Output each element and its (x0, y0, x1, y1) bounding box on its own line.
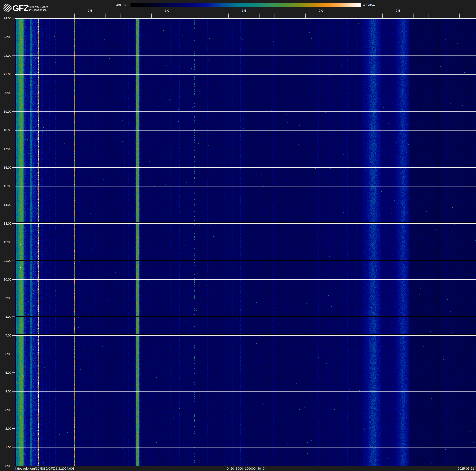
freq-tick-label: 2.0 (315, 9, 327, 12)
gfz-logo-icon (3, 4, 12, 12)
hour-tick (12, 279, 15, 280)
colorbar-gradient (131, 3, 361, 7)
hour-tick (12, 74, 15, 74)
hour-tick (12, 298, 15, 298)
freq-tick (152, 14, 152, 18)
freq-tick (290, 14, 290, 18)
freq-tick (59, 14, 59, 18)
freq-tick (198, 14, 198, 18)
freq-tick (44, 14, 44, 18)
hour-label: 22:00 (0, 54, 11, 58)
hour-tick (12, 205, 15, 205)
colorbar-min-label: -80 dBm (106, 3, 128, 7)
hour-tick (12, 354, 15, 354)
hour-label: 5:00 (0, 371, 11, 375)
org-name-line2: for Geosciences (28, 8, 48, 12)
hour-label: 2:00 (0, 427, 11, 431)
freq-tick (274, 14, 275, 18)
freq-tick (413, 14, 413, 18)
freq-tick (352, 14, 352, 18)
colorbar-max-label: -20 dBm (363, 3, 375, 7)
freq-tick (428, 14, 429, 18)
hour-label: 6:00 (0, 352, 11, 356)
hour-label: 18:00 (0, 128, 11, 132)
hour-label: 7:00 (0, 333, 11, 337)
hour-tick (12, 111, 15, 112)
hour-tick (12, 447, 15, 448)
hour-tick (12, 186, 15, 186)
freq-tick (306, 14, 306, 18)
freq-tick (28, 14, 28, 18)
hour-tick (12, 410, 15, 410)
freq-tick-label: 2.5 (392, 9, 404, 12)
hour-tick (12, 93, 15, 93)
freq-tick (459, 14, 460, 18)
hour-label: 14:00 (0, 203, 11, 207)
freq-tick (321, 13, 321, 18)
freq-tick-label: 1.5 (238, 9, 250, 12)
hour-tick (12, 130, 15, 130)
hour-label: 10:00 (0, 277, 11, 281)
spectrogram-page: GFZ Helmholtz Centre for Geosciences -80… (0, 0, 476, 471)
hour-tick (12, 223, 15, 224)
hour-label: 1:00 (0, 445, 11, 449)
hour-label: 24:00 (0, 16, 11, 20)
freq-tick (136, 14, 136, 18)
hour-label: 4:00 (0, 389, 11, 393)
hour-tick (12, 37, 15, 37)
hour-tick (12, 391, 15, 392)
freq-tick (475, 13, 475, 18)
brand-text: GFZ (13, 3, 28, 13)
hour-label: 11:00 (0, 259, 11, 263)
freq-tick (259, 14, 259, 18)
hour-tick (12, 466, 15, 466)
freq-tick (398, 13, 398, 18)
hour-label: 16:00 (0, 165, 11, 170)
hour-label: 17:00 (0, 147, 11, 151)
hour-label: 21:00 (0, 72, 11, 76)
freq-tick (228, 14, 229, 18)
freq-tick (167, 13, 167, 18)
freq-tick (367, 14, 367, 18)
hour-tick (12, 372, 15, 373)
hour-tick (12, 18, 15, 18)
hour-label: 3:00 (0, 408, 11, 412)
freq-tick (444, 14, 444, 18)
freq-tick (382, 14, 383, 18)
hour-label: 20:00 (0, 91, 11, 95)
freq-tick (74, 14, 75, 18)
hour-label: 13:00 (0, 221, 11, 225)
footer-filename: 0_20_3000_100000_40_0 (15, 467, 476, 471)
hour-label: 15:00 (0, 184, 11, 188)
spectrogram-heatmap (15, 18, 476, 466)
freq-tick (244, 13, 244, 18)
freq-tick (120, 14, 121, 18)
org-name-line1: Helmholtz Centre (28, 5, 48, 8)
hour-tick (12, 149, 15, 149)
hour-tick (12, 335, 15, 336)
freq-tick (90, 13, 90, 18)
footer-date: 2025-05-21 (458, 467, 474, 471)
freq-tick (336, 14, 336, 18)
hour-label: 12:00 (0, 240, 11, 244)
freq-tick-label: 0.5 (84, 9, 96, 12)
hour-label: 8:00 (0, 315, 11, 319)
freq-tick (213, 14, 213, 18)
hour-label: 23:00 (0, 35, 11, 39)
freq-tick (105, 14, 105, 18)
hour-tick (12, 428, 15, 429)
hour-label: 19:00 (0, 109, 11, 114)
hour-tick (12, 317, 15, 317)
hour-tick (12, 261, 15, 261)
hour-tick (12, 55, 15, 56)
hour-tick (12, 167, 15, 168)
org-name: Helmholtz Centre for Geosciences (28, 5, 48, 12)
freq-tick (182, 14, 182, 18)
hour-label: 9:00 (0, 296, 11, 300)
hour-tick (12, 242, 15, 242)
freq-tick-label: 1.0 (161, 9, 173, 12)
hour-label: 0:00 (0, 464, 11, 468)
